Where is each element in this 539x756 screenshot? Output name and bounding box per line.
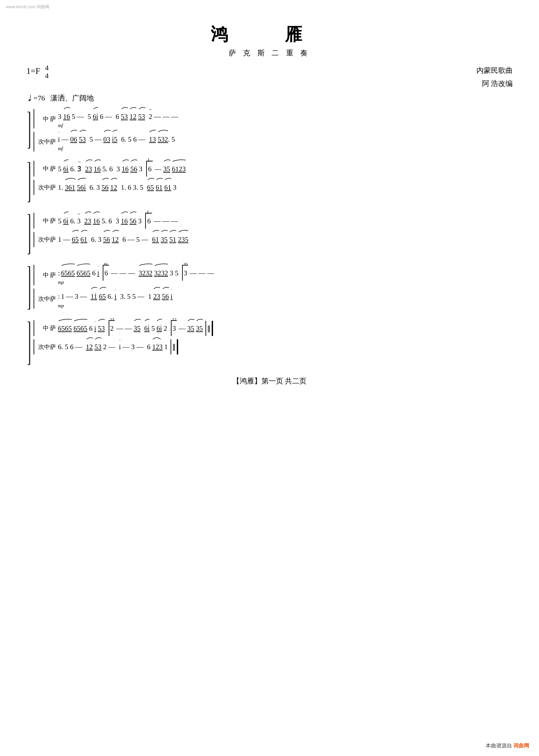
source-label: 本曲谱源自	[486, 743, 512, 748]
note: 1	[155, 235, 159, 243]
slur-arc	[169, 229, 176, 232]
note: 5	[75, 235, 79, 243]
note: 2	[164, 321, 167, 336]
note: 5	[169, 235, 173, 243]
note: 1	[173, 235, 177, 243]
note-group: 6565	[73, 321, 87, 336]
note-trill: 2~	[149, 109, 152, 124]
note-group: 13	[149, 132, 156, 147]
note-volta: 1 6	[146, 161, 153, 177]
sheet-music-page: www.ktvc8.com 词曲网 鸿 雁 萨 克 斯 二 重 奏 1=F 4 …	[0, 0, 539, 756]
slur-arc	[63, 106, 70, 110]
note: 5	[170, 132, 175, 147]
slur-arc	[103, 229, 110, 232]
note: 6	[92, 266, 96, 281]
note: 3	[161, 135, 165, 143]
note: 6	[99, 293, 103, 300]
note: 3	[196, 324, 199, 332]
rest: —	[198, 266, 205, 281]
note-group: 35	[161, 232, 168, 247]
note: 5	[65, 339, 68, 355]
watermark: www.ktvc8.com 词曲网	[6, 4, 49, 10]
rest: —	[171, 109, 178, 124]
note: 2	[179, 165, 183, 173]
volta-bracket-4: 123	[171, 320, 177, 336]
system-bracket-3	[26, 213, 33, 256]
note: 6	[164, 184, 168, 191]
note-group: 6565	[58, 321, 72, 336]
note: 3	[107, 135, 110, 143]
slur-arc	[129, 210, 136, 214]
note: 5	[58, 161, 62, 177]
key-label: 1=F	[26, 66, 40, 76]
note: 6	[93, 113, 97, 121]
note-group: 65	[99, 289, 106, 304]
note: 6	[97, 165, 101, 173]
note: 1	[86, 343, 90, 351]
slur-arc	[112, 229, 119, 232]
note: 6	[58, 324, 62, 332]
note-group: 6565	[76, 266, 90, 281]
header-info: 1=F 4 4 内蒙民歌曲 阿 浩改编	[26, 64, 513, 90]
note: 5	[84, 324, 88, 332]
rest: —	[136, 339, 143, 355]
note: 2	[142, 269, 145, 277]
note: 6	[76, 269, 80, 277]
tempo-style: 潇洒、广阔地	[50, 94, 94, 102]
slur-arc	[73, 317, 87, 321]
note: 5	[175, 266, 179, 281]
rest: —	[63, 232, 70, 247]
note-group: 3232	[154, 266, 168, 281]
note: 6	[68, 269, 71, 277]
note-group: 16	[63, 109, 70, 124]
note: 6	[125, 165, 129, 173]
page-footer: 【鸿雁】第一页 共二页	[26, 376, 513, 386]
system-3: 中 萨 5 6i· 6. 3~	[26, 213, 513, 256]
slur-arc	[156, 177, 163, 181]
slur-arc	[80, 229, 87, 232]
part-label-zhongsa-2: 中 萨	[36, 165, 58, 173]
note: 5	[72, 109, 75, 124]
note: 1	[72, 184, 75, 191]
note: 3	[97, 180, 100, 195]
note: 6	[83, 269, 87, 277]
note: 1	[176, 165, 179, 173]
footer-text: 【鸿雁】第一页 共二页	[232, 377, 307, 385]
rest: —	[154, 213, 161, 229]
slur-arc	[79, 128, 86, 132]
site-link[interactable]: 词曲网	[513, 743, 529, 748]
note: 5	[71, 269, 75, 277]
system1-zhongsa-music: 3 16 5 — 5	[58, 109, 513, 128]
note: 5	[137, 324, 141, 332]
note-high: i·	[119, 339, 121, 355]
note-group: i·5	[112, 132, 117, 147]
slur-arc	[84, 210, 91, 214]
note: 1	[91, 293, 94, 300]
note-group: 56	[130, 161, 137, 177]
slur-arc	[162, 286, 169, 290]
note-group: 23	[85, 161, 92, 177]
system4-zhongsa-music: : 6565 6565 6 i·	[58, 265, 513, 285]
note: 0	[104, 135, 107, 143]
slur-arc	[187, 317, 194, 321]
note: 3	[154, 269, 158, 277]
note: 6	[70, 339, 74, 355]
note: 6	[100, 109, 104, 124]
note: 3	[139, 161, 143, 177]
note: 6.	[91, 232, 97, 247]
note: 1	[129, 113, 133, 121]
part-label-zhongsa-1: 中 萨	[36, 115, 58, 123]
note: 6.	[90, 180, 95, 195]
note: 1	[93, 217, 97, 225]
note: 5	[138, 113, 142, 121]
system2-row1-flex: 中 萨 5 6i· 6. 3̃~	[36, 161, 513, 177]
volta-bracket-3: 232	[109, 320, 115, 336]
note-group: 53	[121, 109, 128, 124]
note: 1	[159, 184, 163, 191]
system1-row1: 中 萨 3 16 5 —	[34, 109, 513, 128]
note: 6	[63, 165, 67, 173]
note-group: 56	[129, 213, 136, 229]
note-group: 56	[102, 180, 109, 195]
note-group: 61	[152, 232, 159, 247]
slur-arc	[163, 158, 170, 162]
